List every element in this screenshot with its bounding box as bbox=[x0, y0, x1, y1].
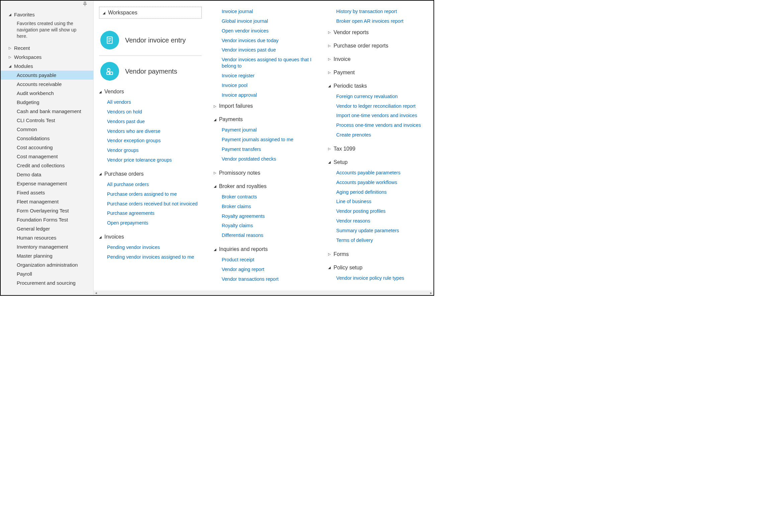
nav-link[interactable]: History by transaction report bbox=[336, 7, 431, 16]
module-item[interactable]: Payroll bbox=[1, 269, 93, 278]
group-header[interactable]: ▷Import failures bbox=[214, 102, 316, 110]
nav-link[interactable]: Royalty claims bbox=[222, 221, 316, 231]
module-item[interactable]: Budgeting bbox=[1, 98, 93, 107]
module-item[interactable]: Inventory management bbox=[1, 242, 93, 251]
nav-modules[interactable]: ◢Modules bbox=[1, 61, 93, 70]
nav-link[interactable]: Differential reasons bbox=[222, 231, 316, 240]
group-header[interactable]: ◢Purchase orders bbox=[99, 170, 202, 178]
nav-link[interactable]: Vendor aging report bbox=[222, 265, 316, 274]
scroll-left-button[interactable]: ◄ bbox=[94, 290, 98, 295]
module-item[interactable]: Consolidations bbox=[1, 134, 93, 143]
nav-link[interactable]: Accounts payable parameters bbox=[336, 168, 431, 178]
nav-link[interactable]: Pending vendor invoices bbox=[107, 243, 202, 252]
nav-link[interactable]: Line of business bbox=[336, 197, 431, 206]
nav-link[interactable]: Accounts payable workflows bbox=[336, 178, 431, 187]
group-header[interactable]: ▷Invoice bbox=[328, 55, 431, 63]
nav-link[interactable]: Invoice register bbox=[222, 71, 316, 81]
group-header[interactable]: ▷Payment bbox=[328, 68, 431, 77]
nav-link[interactable]: Import one-time vendors and invoices bbox=[336, 111, 431, 120]
module-item[interactable]: Expense management bbox=[1, 179, 93, 188]
nav-link[interactable]: Create prenotes bbox=[336, 130, 431, 140]
nav-link[interactable]: Vendor price tolerance groups bbox=[107, 155, 202, 165]
nav-link[interactable]: Vendor postdated checks bbox=[222, 154, 316, 164]
module-item[interactable]: Accounts receivable bbox=[1, 80, 93, 89]
nav-link[interactable]: Purchase agreements bbox=[107, 208, 202, 218]
group-header[interactable]: ▷Vendor reports bbox=[328, 28, 431, 37]
group-header[interactable]: ◢Setup bbox=[328, 158, 431, 166]
workspace-tile[interactable]: Vendor invoice entry bbox=[99, 26, 202, 54]
nav-link[interactable]: Vendor reasons bbox=[336, 216, 431, 226]
nav-link[interactable]: Product receipt bbox=[222, 255, 316, 265]
group-header[interactable]: ▷Promissory notes bbox=[214, 168, 316, 177]
nav-link[interactable]: Process one-time vendors and invoices bbox=[336, 120, 431, 130]
scroll-track[interactable] bbox=[98, 290, 429, 295]
nav-link[interactable]: Aging period definitions bbox=[336, 187, 431, 197]
nav-link[interactable]: All vendors bbox=[107, 97, 202, 107]
module-item[interactable]: Accounts payable bbox=[1, 70, 93, 80]
nav-link[interactable]: Pending vendor invoices assigned to me bbox=[107, 252, 202, 262]
nav-link[interactable]: Vendors past due bbox=[107, 117, 202, 127]
nav-link[interactable]: Terms of delivery bbox=[336, 236, 431, 245]
module-item[interactable]: Cost management bbox=[1, 152, 93, 161]
workspaces-header[interactable]: ◢Workspaces bbox=[103, 8, 198, 17]
nav-link[interactable]: Vendor invoices past due bbox=[222, 45, 316, 55]
module-item[interactable]: Cash and bank management bbox=[1, 107, 93, 116]
nav-link[interactable]: Vendor invoice policy rule types bbox=[336, 273, 431, 283]
group-header[interactable]: ◢Policy setup bbox=[328, 263, 431, 272]
module-item[interactable]: Form Overlayering Test bbox=[1, 206, 93, 215]
module-item[interactable]: Human resources bbox=[1, 233, 93, 242]
module-item[interactable]: Audit workbench bbox=[1, 89, 93, 98]
group-header[interactable]: ◢Inquiries and reports bbox=[214, 245, 316, 254]
workspace-tile[interactable]: Vendor payments bbox=[99, 57, 202, 85]
nav-link[interactable]: Vendor exception groups bbox=[107, 136, 202, 146]
nav-link[interactable]: Vendors who are diverse bbox=[107, 127, 202, 136]
module-item[interactable]: Procurement and sourcing bbox=[1, 278, 93, 287]
scroll-right-button[interactable]: ► bbox=[429, 290, 434, 295]
module-item[interactable]: CLI Controls Test bbox=[1, 116, 93, 125]
module-item[interactable]: Fixed assets bbox=[1, 188, 93, 197]
nav-link[interactable]: Vendor invoices due today bbox=[222, 36, 316, 46]
horizontal-scrollbar[interactable]: ◄ ► bbox=[94, 290, 434, 295]
module-item[interactable]: Demo data bbox=[1, 170, 93, 179]
nav-link[interactable]: Vendor invoices assigned to queues that … bbox=[222, 55, 316, 71]
module-item[interactable]: Cost accounting bbox=[1, 143, 93, 152]
group-header[interactable]: ◢Broker and royalties bbox=[214, 182, 316, 191]
group-header[interactable]: ◢Periodic tasks bbox=[328, 82, 431, 90]
nav-link[interactable]: Payment journal bbox=[222, 125, 316, 135]
nav-workspaces[interactable]: ▷Workspaces bbox=[1, 53, 93, 61]
nav-link[interactable]: Payment journals assigned to me bbox=[222, 135, 316, 145]
nav-link[interactable]: Foreign currency revaluation bbox=[336, 92, 431, 101]
nav-link[interactable]: Vendor transactions report bbox=[222, 274, 316, 284]
module-item[interactable]: Master planning bbox=[1, 251, 93, 260]
nav-link[interactable]: Invoice journal bbox=[222, 7, 316, 16]
nav-link[interactable]: Vendor posting profiles bbox=[336, 206, 431, 216]
module-item[interactable]: Fleet management bbox=[1, 197, 93, 206]
module-item[interactable]: General ledger bbox=[1, 224, 93, 233]
nav-link[interactable]: Invoice pool bbox=[222, 81, 316, 90]
nav-link[interactable]: Broker claims bbox=[222, 202, 316, 211]
module-item[interactable]: Organization administration bbox=[1, 260, 93, 269]
module-item[interactable]: Common bbox=[1, 125, 93, 134]
nav-favorites[interactable]: ◢Favorites bbox=[1, 10, 93, 19]
navigation-pane[interactable]: ◢Favorites Favorites created using the n… bbox=[1, 1, 94, 295]
nav-link[interactable]: All purchase orders bbox=[107, 180, 202, 189]
group-header[interactable]: ◢Payments bbox=[214, 115, 316, 124]
nav-link[interactable]: Purchase orders received but not invoice… bbox=[107, 199, 202, 209]
nav-link[interactable]: Open prepayments bbox=[107, 218, 202, 228]
nav-link[interactable]: Invoice approval bbox=[222, 90, 316, 100]
nav-link[interactable]: Vendor groups bbox=[107, 146, 202, 155]
nav-link[interactable]: Royalty agreements bbox=[222, 211, 316, 221]
module-item[interactable]: Foundation Forms Test bbox=[1, 215, 93, 224]
group-header[interactable]: ▷Purchase order reports bbox=[328, 42, 431, 50]
nav-link[interactable]: Vendor to ledger reconciliation report bbox=[336, 101, 431, 111]
nav-recent[interactable]: ▷Recent bbox=[1, 44, 93, 53]
group-header[interactable]: ◢Invoices bbox=[99, 233, 202, 241]
nav-link[interactable]: Payment transfers bbox=[222, 145, 316, 154]
nav-link[interactable]: Broker open AR invoices report bbox=[336, 16, 431, 26]
nav-link[interactable]: Open vendor invoices bbox=[222, 26, 316, 36]
nav-link[interactable]: Purchase orders assigned to me bbox=[107, 189, 202, 199]
group-header[interactable]: ▷Forms bbox=[328, 250, 431, 259]
nav-link[interactable]: Summary update parameters bbox=[336, 226, 431, 236]
nav-link[interactable]: Broker contracts bbox=[222, 192, 316, 202]
pin-icon[interactable] bbox=[83, 2, 87, 7]
